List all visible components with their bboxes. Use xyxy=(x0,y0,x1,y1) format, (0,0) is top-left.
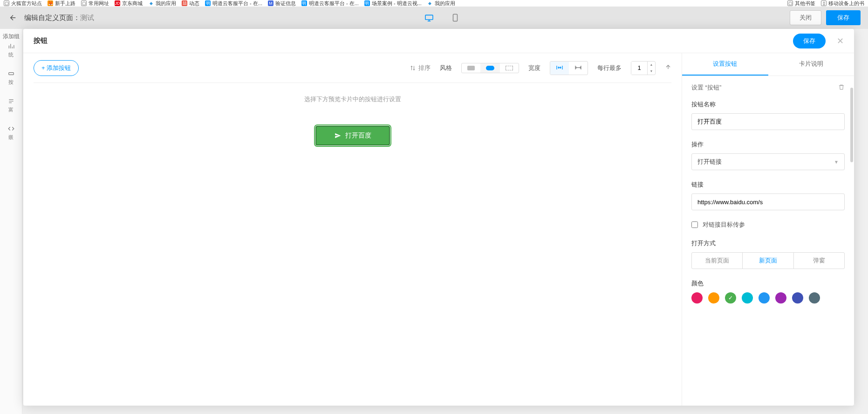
page-icon: ▢ xyxy=(4,0,9,6)
jd-icon: JD xyxy=(115,0,120,6)
bookmark-mobile[interactable]: ▯移动设备上的书 xyxy=(821,0,864,7)
mingdao-icon: 明 xyxy=(364,0,370,6)
modal-overlay xyxy=(0,7,868,29)
cube-icon: ◆ xyxy=(427,0,433,6)
bookmark-item[interactable]: 🦊新手上路 xyxy=(48,0,75,7)
page-icon: ▢ xyxy=(787,0,793,6)
bookmark-item[interactable]: ◆我的应用 xyxy=(427,0,455,7)
cube-icon: ◆ xyxy=(148,0,154,6)
bookmark-item[interactable]: 囍动态 xyxy=(182,0,199,7)
firefox-icon: 🦊 xyxy=(48,0,53,6)
mingdao-icon: 明 xyxy=(205,0,211,6)
mingdao-icon: 明 xyxy=(301,0,307,6)
bookmark-item[interactable]: JD京东商城 xyxy=(115,0,143,7)
page-icon: ▢ xyxy=(81,0,87,6)
bookmark-item[interactable]: 明明道云客服平台 - 在... xyxy=(205,0,262,7)
mobile-icon: ▯ xyxy=(821,0,827,6)
bookmark-item[interactable]: 明明道云客服平台 - 在... xyxy=(301,0,359,7)
browser-bookmark-bar: ▢火狐官方站点 🦊新手上路 ▢常用网址 JD京东商城 ◆我的应用 囍动态 明明道… xyxy=(0,0,868,7)
app-icon: 囍 xyxy=(182,0,187,6)
bookmark-item[interactable]: ▢火狐官方站点 xyxy=(4,0,42,7)
bookmark-item[interactable]: M验证信息 xyxy=(268,0,296,7)
bookmark-other[interactable]: ▢其他书签 xyxy=(787,0,815,7)
bookmark-item[interactable]: ▢常用网址 xyxy=(81,0,109,7)
bookmark-item[interactable]: ◆我的应用 xyxy=(148,0,176,7)
bookmark-item[interactable]: 明场景案例 - 明道云视... xyxy=(364,0,422,7)
m-icon: M xyxy=(268,0,273,6)
